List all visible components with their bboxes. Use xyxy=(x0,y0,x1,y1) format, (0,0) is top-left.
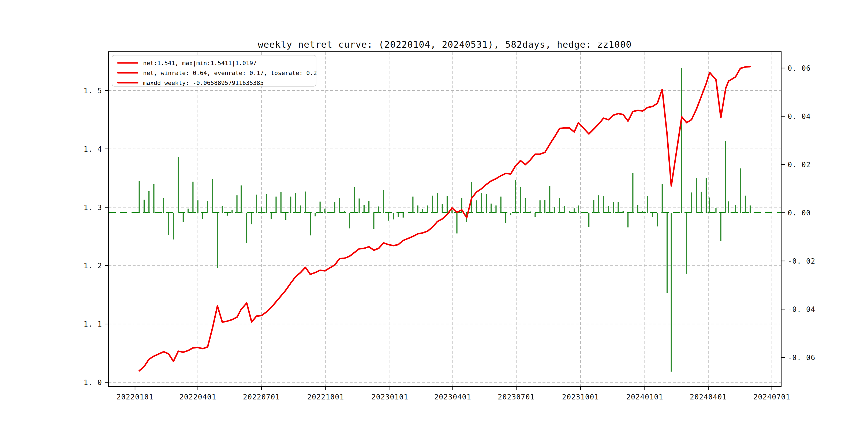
right-tick-label: 0. 06 xyxy=(787,64,811,72)
left-tick-label: 1. 2 xyxy=(84,261,102,270)
net-curve xyxy=(139,67,750,371)
legend-item-label: net, winrate: 0.64, evenrate: 0.17, lose… xyxy=(143,70,317,76)
left-tick-label: 1. 4 xyxy=(84,145,102,153)
axis-tick-labels: 1. 01. 11. 21. 31. 41. 50. 060. 040. 020… xyxy=(84,64,815,401)
legend-item-label: maxdd_weekly: -0.06588957911635385 xyxy=(143,80,264,86)
left-tick-label: 1. 0 xyxy=(84,378,102,386)
x-tick-label: 20240701 xyxy=(753,393,790,401)
right-tick-label: -0. 04 xyxy=(787,305,815,313)
right-tick-label: 0. 04 xyxy=(787,112,811,121)
left-tick-label: 1. 1 xyxy=(84,320,102,328)
legend-item-label: net:1.541, max|min:1.5411|1.0197 xyxy=(143,60,257,67)
right-tick-label: -0. 06 xyxy=(787,353,815,362)
x-tick-label: 20230101 xyxy=(371,393,408,401)
x-tick-label: 20230401 xyxy=(434,393,471,401)
left-tick-label: 1. 3 xyxy=(84,203,102,212)
net-curve-line xyxy=(139,67,750,371)
x-tick-label: 20240101 xyxy=(626,393,663,401)
chart-title: weekly netret curve: (20220104, 20240531… xyxy=(258,39,632,50)
netret-chart: 1. 01. 11. 21. 31. 41. 50. 060. 040. 020… xyxy=(0,0,868,434)
right-tick-label: -0. 02 xyxy=(787,257,815,265)
plot-frame xyxy=(108,52,781,386)
x-tick-label: 20220701 xyxy=(243,393,280,401)
x-tick-label: 20220101 xyxy=(117,393,154,401)
axis-ticks xyxy=(105,68,785,390)
legend-box: net:1.541, max|min:1.5411|1.0197net, win… xyxy=(112,55,317,86)
x-tick-label: 20221001 xyxy=(307,393,344,401)
plot-border xyxy=(108,52,781,386)
x-tick-label: 20240401 xyxy=(690,393,727,401)
weekly-return-bars xyxy=(139,68,750,372)
x-tick-label: 20220401 xyxy=(180,393,216,401)
x-tick-label: 20231001 xyxy=(562,393,599,401)
x-tick-label: 20230701 xyxy=(498,393,535,401)
left-tick-label: 1. 5 xyxy=(84,87,102,95)
grid-lines xyxy=(108,52,781,386)
chart-canvas: 1. 01. 11. 21. 31. 41. 50. 060. 040. 020… xyxy=(0,0,868,434)
right-tick-label: 0. 00 xyxy=(787,209,811,217)
right-tick-label: 0. 02 xyxy=(787,160,811,169)
